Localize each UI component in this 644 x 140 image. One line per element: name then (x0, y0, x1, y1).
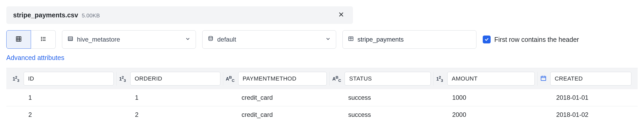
svg-point-7 (41, 37, 42, 38)
column-name-input-paymentmethod[interactable] (238, 72, 327, 86)
grid-view-button[interactable] (6, 30, 31, 49)
cell-paymentmethod: credit_card (223, 111, 330, 118)
advanced-attributes-link[interactable]: Advanced attributes (6, 54, 64, 62)
cell-id: 1 (10, 94, 117, 101)
svg-point-17 (209, 36, 213, 38)
view-toggle (6, 30, 56, 49)
string-type-icon: ABC (332, 75, 341, 83)
cell-orderid: 1 (117, 94, 223, 101)
svg-rect-13 (68, 37, 73, 41)
number-type-icon: 123 (13, 75, 20, 83)
cell-created: 2018-01-01 (538, 94, 634, 101)
table-name-input[interactable]: stripe_payments (342, 30, 476, 49)
column-header-paymentmethod: ABC (223, 72, 330, 86)
number-type-icon: 123 (119, 75, 127, 83)
svg-rect-21 (541, 76, 546, 81)
list-icon (40, 36, 46, 43)
cell-amount: 2000 (434, 111, 538, 118)
chevron-down-icon (185, 36, 190, 43)
grid-icon (15, 36, 22, 43)
table-name-value: stripe_payments (357, 36, 404, 43)
cell-status: success (330, 111, 434, 118)
column-name-input-amount[interactable] (447, 72, 535, 86)
file-chip: stripe_payments.csv 5.00KB (6, 6, 353, 24)
column-header-created (538, 72, 634, 86)
database-icon (208, 36, 214, 43)
cell-status: success (330, 94, 434, 101)
cell-paymentmethod: credit_card (223, 94, 330, 101)
table-header-row: 123 123 ABC ABC 123 (6, 68, 638, 89)
list-view-button[interactable] (31, 30, 56, 49)
close-icon[interactable] (336, 11, 346, 19)
preview-table: 123 123 ABC ABC 123 (6, 68, 638, 123)
column-name-input-status[interactable] (345, 72, 431, 86)
header-checkbox-row[interactable]: First row contains the header (483, 36, 579, 43)
cell-id: 2 (10, 111, 117, 118)
date-type-icon (540, 75, 547, 83)
table-row: 1 1 credit_card success 1000 2018-01-01 (6, 89, 638, 106)
cell-amount: 1000 (434, 94, 538, 101)
header-checkbox-label: First row contains the header (494, 36, 579, 43)
schema-value: default (217, 36, 236, 43)
schema-select[interactable]: default (202, 30, 336, 49)
table-icon (348, 36, 354, 43)
svg-rect-2 (16, 37, 21, 41)
catalog-value: hive_metastore (77, 36, 120, 43)
column-header-status: ABC (330, 72, 434, 86)
column-header-amount: 123 (434, 72, 538, 86)
string-type-icon: ABC (226, 75, 235, 83)
svg-point-9 (41, 39, 42, 39)
cell-orderid: 2 (117, 111, 223, 118)
catalog-select[interactable]: hive_metastore (62, 30, 196, 49)
file-name: stripe_payments.csv (13, 11, 78, 19)
column-name-input-id[interactable] (24, 72, 114, 86)
column-name-input-orderid[interactable] (130, 72, 220, 86)
chevron-down-icon (325, 36, 331, 43)
column-name-input-created[interactable] (550, 72, 631, 86)
file-size: 5.00KB (82, 12, 100, 19)
svg-point-11 (41, 40, 42, 41)
catalog-icon (67, 36, 73, 43)
table-row: 2 2 credit_card success 2000 2018-01-02 (6, 106, 638, 123)
column-header-orderid: 123 (117, 72, 223, 86)
checkbox-icon (483, 36, 491, 43)
number-type-icon: 123 (436, 75, 444, 83)
cell-created: 2018-01-02 (538, 111, 634, 118)
column-header-id: 123 (10, 72, 117, 86)
